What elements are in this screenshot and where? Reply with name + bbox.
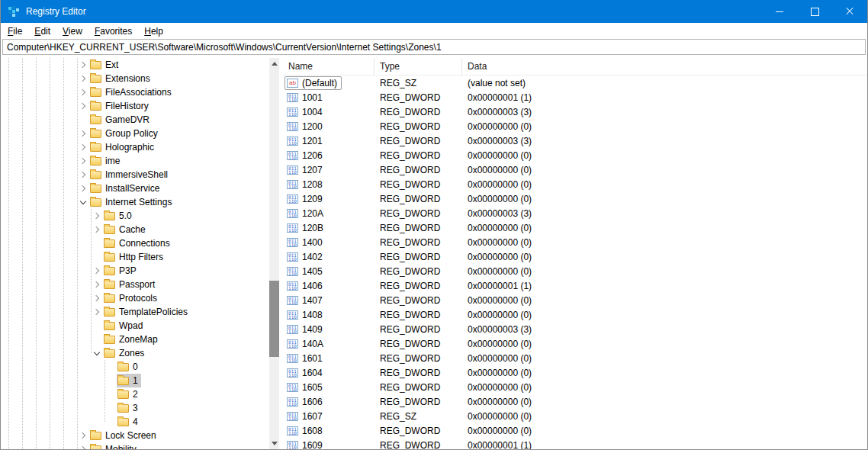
tree-item-ext[interactable]: Ext	[1, 58, 269, 72]
chevron-collapsed-icon[interactable]	[91, 306, 103, 318]
close-button[interactable]	[832, 0, 867, 23]
tree-item-wpad[interactable]: Wpad	[1, 319, 269, 333]
menu-edit[interactable]: Edit	[28, 23, 56, 39]
chevron-collapsed-icon[interactable]	[77, 182, 89, 194]
value-row-120b[interactable]: 120BREG_DWORD0x00000000 (0)	[283, 220, 867, 235]
value-data: 0x00000000 (0)	[462, 353, 867, 364]
expander-spacer	[91, 237, 103, 249]
tree-item-extensions[interactable]: Extensions	[1, 72, 269, 85]
value-row-1608[interactable]: 1608REG_DWORD0x00000000 (0)	[283, 423, 867, 438]
tree-item-zonemap[interactable]: ZoneMap	[1, 333, 269, 346]
tree-item-fileassociations[interactable]: FileAssociations	[1, 85, 269, 99]
value-row-140a[interactable]: 140AREG_DWORD0x00000000 (0)	[283, 336, 867, 351]
tree-item-group-policy[interactable]: Group Policy	[1, 127, 269, 140]
chevron-expanded-icon[interactable]	[77, 196, 89, 208]
chevron-collapsed-icon[interactable]	[91, 223, 103, 236]
minimize-button[interactable]	[762, 0, 797, 23]
tree-item-holographic[interactable]: Holographic	[1, 140, 269, 154]
chevron-collapsed-icon[interactable]	[77, 429, 89, 442]
tree-item-2[interactable]: 2	[1, 387, 269, 401]
value-row-1406[interactable]: 1406REG_DWORD0x00000001 (1)	[283, 278, 867, 293]
value-row-1207[interactable]: 1207REG_DWORD0x00000000 (0)	[283, 162, 867, 177]
scrollbar-thumb[interactable]	[269, 281, 279, 357]
value-row-1607[interactable]: 1607REG_SZ0x00000000 (0)	[283, 409, 867, 423]
chevron-collapsed-icon[interactable]	[77, 155, 89, 167]
value-row-1409[interactable]: 1409REG_DWORD0x00000003 (3)	[283, 322, 867, 336]
tree-item-filehistory[interactable]: FileHistory	[1, 99, 269, 113]
chevron-collapsed-icon[interactable]	[91, 278, 103, 291]
tree-item-label: Http Filters	[119, 252, 163, 262]
tree-item-connections[interactable]: Connections	[1, 236, 269, 250]
tree-item-templatepolicies[interactable]: TemplatePolicies	[1, 305, 269, 319]
tree-item-internet-settings[interactable]: Internet Settings	[1, 195, 269, 209]
chevron-collapsed-icon[interactable]	[77, 86, 89, 98]
value-row-1201[interactable]: 1201REG_DWORD0x00000003 (3)	[283, 133, 867, 148]
value-name: 1209	[302, 194, 323, 204]
tree-item-protocols[interactable]: Protocols	[1, 291, 269, 305]
value-row-1605[interactable]: 1605REG_DWORD0x00000000 (0)	[283, 380, 867, 394]
chevron-collapsed-icon[interactable]	[91, 210, 103, 222]
value-row-1400[interactable]: 1400REG_DWORD0x00000000 (0)	[283, 235, 867, 249]
value-row-1200[interactable]: 1200REG_DWORD0x00000000 (0)	[283, 119, 867, 133]
value-row-default[interactable]: (Default)REG_SZ(value not set)	[283, 76, 867, 90]
tree-item-immersiveshell[interactable]: ImmersiveShell	[1, 168, 269, 182]
tree-item-http-filters[interactable]: Http Filters	[1, 250, 269, 264]
value-row-1209[interactable]: 1209REG_DWORD0x00000000 (0)	[283, 191, 867, 206]
value-type: REG_DWORD	[375, 339, 462, 349]
chevron-collapsed-icon[interactable]	[91, 292, 103, 304]
chevron-collapsed-icon[interactable]	[77, 59, 89, 71]
value-data: 0x00000000 (0)	[462, 382, 867, 393]
value-row-1001[interactable]: 1001REG_DWORD0x00000001 (1)	[283, 90, 867, 104]
tree-item-mobility[interactable]: Mobility	[1, 442, 269, 449]
value-row-120a[interactable]: 120AREG_DWORD0x00000003 (3)	[283, 206, 867, 220]
maximize-button[interactable]	[797, 0, 832, 23]
value-row-1604[interactable]: 1604REG_DWORD0x00000000 (0)	[283, 365, 867, 380]
column-header-name[interactable]: Name	[283, 58, 375, 75]
value-row-1402[interactable]: 1402REG_DWORD0x00000000 (0)	[283, 249, 867, 264]
menu-favorites[interactable]: Favorites	[88, 23, 138, 39]
tree-item-5-0[interactable]: 5.0	[1, 209, 269, 223]
tree-item-4[interactable]: 4	[1, 415, 269, 429]
chevron-collapsed-icon[interactable]	[77, 127, 89, 140]
tree-item-0[interactable]: 0	[1, 360, 269, 374]
tree-node-content: Group Policy	[89, 127, 161, 140]
dword-value-icon	[287, 223, 298, 233]
chevron-collapsed-icon[interactable]	[77, 72, 89, 85]
chevron-collapsed-icon[interactable]	[77, 443, 89, 449]
scroll-up-button[interactable]	[269, 58, 279, 69]
tree-item-passport[interactable]: Passport	[1, 278, 269, 291]
address-input[interactable]	[2, 39, 866, 55]
value-row-1208[interactable]: 1208REG_DWORD0x00000000 (0)	[283, 177, 867, 191]
value-row-1004[interactable]: 1004REG_DWORD0x00000003 (3)	[283, 104, 867, 119]
value-row-1206[interactable]: 1206REG_DWORD0x00000000 (0)	[283, 148, 867, 162]
value-row-1407[interactable]: 1407REG_DWORD0x00000000 (0)	[283, 293, 867, 307]
column-header-data[interactable]: Data	[462, 58, 867, 75]
tree-scrollbar[interactable]	[269, 58, 279, 449]
value-row-1606[interactable]: 1606REG_DWORD0x00000000 (0)	[283, 394, 867, 409]
tree-item-ime[interactable]: ime	[1, 154, 269, 168]
value-row-1609[interactable]: 1609REG_DWORD0x00000001 (1)	[283, 438, 867, 449]
tree-item-1[interactable]: 1	[1, 374, 269, 387]
tree-item-cache[interactable]: Cache	[1, 223, 269, 236]
tree-item-lock-screen[interactable]: Lock Screen	[1, 429, 269, 442]
menu-file[interactable]: File	[2, 23, 28, 39]
tree-item-installservice[interactable]: InstallService	[1, 182, 269, 195]
value-data: 0x00000000 (0)	[462, 397, 867, 407]
tree-item-p3p[interactable]: P3P	[1, 264, 269, 278]
chevron-collapsed-icon[interactable]	[91, 265, 103, 277]
column-header-type[interactable]: Type	[375, 58, 462, 75]
tree-item-gamedvr[interactable]: GameDVR	[1, 113, 269, 127]
value-data: 0x00000000 (0)	[462, 121, 867, 132]
scroll-down-button[interactable]	[269, 438, 279, 449]
value-row-1601[interactable]: 1601REG_DWORD0x00000000 (0)	[283, 351, 867, 365]
tree-item-zones[interactable]: Zones	[1, 346, 269, 360]
value-row-1405[interactable]: 1405REG_DWORD0x00000000 (0)	[283, 264, 867, 278]
chevron-collapsed-icon[interactable]	[77, 141, 89, 153]
value-row-1408[interactable]: 1408REG_DWORD0x00000000 (0)	[283, 307, 867, 322]
menu-help[interactable]: Help	[138, 23, 169, 39]
chevron-collapsed-icon[interactable]	[77, 100, 89, 112]
chevron-expanded-icon[interactable]	[91, 347, 103, 359]
tree-item-3[interactable]: 3	[1, 401, 269, 415]
menu-view[interactable]: View	[56, 23, 88, 39]
chevron-collapsed-icon[interactable]	[77, 169, 89, 181]
